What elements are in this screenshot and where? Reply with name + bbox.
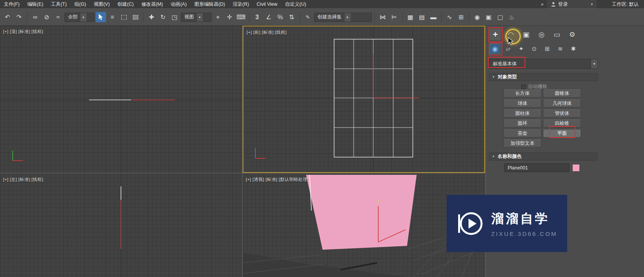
top-viewport-drawing [0,26,242,173]
button-tube[interactable]: 管状体 [543,109,581,118]
menu-animation[interactable]: 动画(A) [167,0,190,8]
tab-motion-icon[interactable]: ◎ [536,29,547,40]
viewport-top[interactable]: [+] [顶] [标准] [线框] [0,26,242,173]
button-pyramid[interactable]: 四棱锥 [543,119,581,128]
viewport-front-active[interactable]: [+] [前] [标准] [线框] [243,26,485,173]
button-plane[interactable]: 平面 [543,129,581,138]
render-icon[interactable]: ♨ [507,12,517,22]
object-color-swatch[interactable] [572,164,580,172]
reference-coordinate-dropdown[interactable]: 视图 ▾ [181,13,212,22]
category-cameras-icon[interactable]: ⊙ [529,43,540,54]
rendered-frame-window-icon[interactable]: ▢ [495,12,505,22]
select-by-name-icon[interactable]: ≡ [107,12,118,22]
login-label: 登录 [558,1,568,8]
autogrid-checkbox[interactable]: 自动栅格 [521,83,547,90]
schematic-view-icon[interactable]: ⊞ [456,12,466,22]
viewport-label-left[interactable]: [+] [左] [标准] [线框] [3,177,43,182]
use-pivot-point-icon[interactable]: ⌖ [213,12,223,22]
button-sphere[interactable]: 球体 [503,100,541,108]
edit-named-selection-sets-icon[interactable]: ✎ [303,12,313,22]
menu-overflow-chevron-icon[interactable]: » [538,2,547,7]
button-cylinder[interactable]: 圆柱体 [503,109,541,118]
rollout-object-type-title: 对象类型 [498,74,517,80]
category-systems-icon[interactable]: ✱ [568,43,579,54]
window-crossing-icon[interactable] [130,12,141,22]
menu-tools[interactable]: 工具(T) [47,0,71,8]
category-lights-icon[interactable]: ✦ [516,43,526,54]
button-cone[interactable]: 圆锥体 [543,90,581,98]
viewport-label-top[interactable]: [+] [顶] [标准] [线框] [3,29,43,35]
spinner-snap-icon[interactable]: ⇅ [286,12,297,22]
watermark-logo-icon [457,210,484,237]
toggle-ribbon-icon[interactable]: ▬ [428,12,439,22]
toggle-scene-explorer-icon[interactable]: ▦ [405,12,416,22]
menu-group[interactable]: 组(G) [71,0,90,8]
viewport-left[interactable]: [+] [左] [标准] [线框] [0,174,242,277]
tab-create-icon[interactable]: + [490,29,501,40]
rollout-object-type[interactable]: ▼ 对象类型 [489,73,598,81]
viewport-label-perspective[interactable]: [+] [透视] [标准] [默认明暗处理] [246,177,308,182]
chevron-down-icon: ▾ [80,13,86,22]
select-and-move-icon[interactable]: ✚ [146,12,157,22]
toolbar-divider [469,12,469,23]
snap-toggle-3d-icon[interactable]: 3 [252,12,262,22]
menu-edit[interactable]: 编辑(E) [23,0,47,8]
align-icon[interactable]: ⊨ [389,12,399,22]
button-textplus[interactable]: 加强型文本 [503,139,541,148]
tab-modify-icon[interactable]: ◠ [505,29,517,40]
unlink-selection-icon[interactable]: ⊘ [41,12,52,22]
material-editor-icon[interactable]: ◉ [472,12,482,22]
menu-create[interactable]: 创建(C) [114,0,137,8]
main-toolbar: ↶ ↷ ∞ ⊘ ≈ 全部 ▾ ≡ ✚ ↻ ◳ 视图 ▾ ⌖ ✛ ⌨ 3 ∠ % … [0,8,644,26]
viewport-label-front[interactable]: [+] [前] [标准] [线框] [247,30,286,35]
angle-snap-icon[interactable]: ∠ [263,12,274,22]
selection-filter-dropdown[interactable]: 全部 ▾ [65,13,94,22]
pink-plane [306,175,417,250]
named-selection-set-dropdown[interactable]: 创建选择集 ▾ [314,13,372,22]
watermark-title: 溜溜自学 [491,210,557,227]
percent-snap-icon[interactable]: % [275,12,285,22]
autogrid-label: 自动栅格 [528,83,547,90]
object-name-input[interactable] [504,163,570,172]
button-box[interactable]: 长方体 [503,90,541,98]
tab-hierarchy-icon[interactable]: ▣ [520,29,532,40]
front-viewport-drawing [243,27,484,172]
category-geometry-icon[interactable]: ◉ [490,43,500,54]
rollout-name-color[interactable]: ▼ 名称和颜色 [489,153,598,161]
category-space-warps-icon[interactable]: ≋ [555,43,566,54]
gizmo-base-line [341,263,377,270]
select-and-rotate-icon[interactable]: ↻ [158,12,168,22]
curve-editor-icon[interactable]: ∿ [444,12,455,22]
keyboard-override-icon[interactable]: ⌨ [236,12,246,22]
menu-graph-editors[interactable]: 图形编辑器(D) [190,0,229,8]
menu-customize[interactable]: 自定义(U) [281,0,310,8]
button-torus[interactable]: 圆环 [503,119,541,128]
menu-modifiers[interactable]: 修改器(M) [137,0,167,8]
tab-display-icon[interactable]: ▭ [551,29,563,40]
category-shapes-icon[interactable]: ▱ [503,43,513,54]
login-dropdown[interactable]: 登录 ▾ [547,0,597,8]
select-and-link-icon[interactable]: ∞ [30,12,40,22]
redo-icon[interactable]: ↷ [14,12,24,22]
menu-file[interactable]: 文件(F) [0,0,23,8]
bind-to-space-warp-icon[interactable]: ≈ [53,12,63,22]
select-and-scale-icon[interactable]: ◳ [169,12,180,22]
button-geosphere[interactable]: 几何球体 [543,100,581,108]
menu-rendering[interactable]: 渲染(R) [229,0,253,8]
mirror-icon[interactable]: ⋈ [377,12,388,22]
undo-icon[interactable]: ↶ [2,12,13,22]
category-helpers-icon[interactable]: ⊞ [542,43,553,54]
select-object-icon[interactable] [96,12,106,22]
workspace-label[interactable]: 工作区: 默认 [597,1,644,8]
tab-utilities-icon[interactable]: ⚙ [566,29,578,40]
select-and-manipulate-icon[interactable]: ✛ [224,12,235,22]
axis-y-label: y [377,197,380,203]
menu-civil-view[interactable]: Civil View [253,0,281,8]
button-teapot[interactable]: 茶壶 [503,129,541,138]
toggle-layer-explorer-icon[interactable]: ▤ [417,12,427,22]
primitive-category-dropdown[interactable]: 标准基本体 ▾ [489,59,598,69]
rectangular-selection-region-icon[interactable] [119,12,129,22]
render-setup-icon[interactable]: ▣ [483,12,494,22]
rollout-name-color-title: 名称和颜色 [498,153,522,160]
menu-views[interactable]: 视图(V) [90,0,114,8]
